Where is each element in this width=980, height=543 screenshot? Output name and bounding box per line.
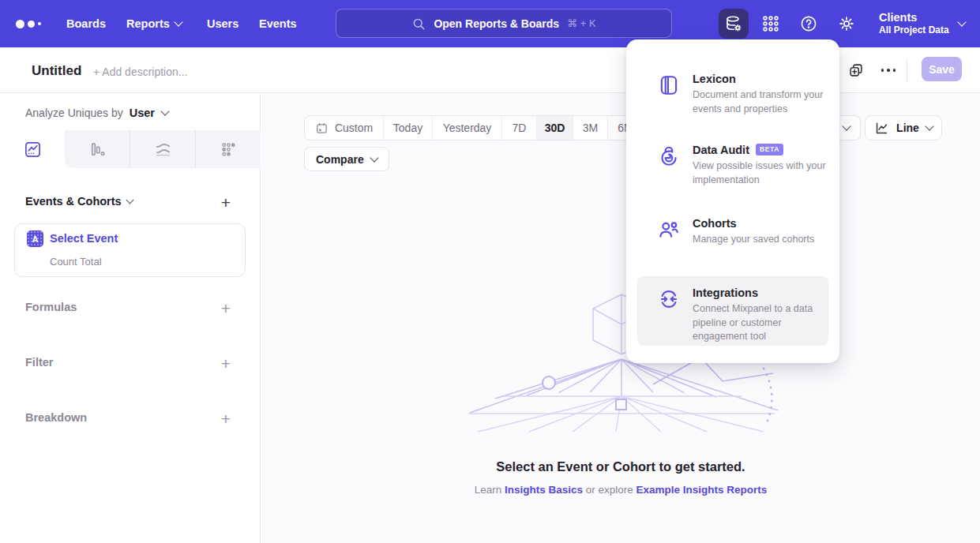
- ellipsis-icon: [881, 69, 896, 72]
- menu-item-title: Cohorts: [693, 217, 737, 230]
- project-scope: All Project Data: [879, 24, 949, 37]
- filter-section-label: Filter: [25, 356, 53, 369]
- chevron-down-icon: [126, 196, 133, 204]
- breakdown-section-label: Breakdown: [25, 411, 87, 424]
- add-formula-button[interactable]: +: [216, 298, 235, 317]
- range-custom[interactable]: Custom: [305, 116, 384, 140]
- duplicate-icon: [847, 62, 865, 79]
- analyze-value: User: [130, 107, 155, 119]
- chevron-down-icon: [174, 17, 182, 26]
- project-switcher[interactable]: Clients All Project Data: [879, 0, 965, 47]
- menu-item-title: Data Audit: [693, 144, 749, 156]
- tab-insights-selected[interactable]: [0, 130, 65, 168]
- range-today[interactable]: Today: [384, 116, 433, 140]
- header-divider: [907, 58, 907, 82]
- analyze-uniques-selector[interactable]: Analyze Uniques by User: [25, 107, 168, 119]
- data-management-button[interactable]: [719, 9, 749, 39]
- empty-state-title: Select an Event or Cohort to get started…: [261, 459, 980, 474]
- data-audit-icon: [657, 144, 681, 168]
- search-placeholder: Open Reports & Boards: [434, 17, 559, 30]
- chevron-down-icon: [957, 17, 966, 26]
- beta-badge: BETA: [756, 144, 783, 155]
- dots-grid-icon: [220, 140, 238, 159]
- chevron-down-icon: [370, 153, 378, 162]
- grid-icon: [761, 14, 780, 33]
- database-gear-icon: [724, 14, 743, 33]
- empty-state-hint: Learn Insights Basics or explore Example…: [261, 484, 980, 496]
- example-reports-link[interactable]: Example Insights Reports: [636, 484, 768, 496]
- range-yesterday[interactable]: Yesterday: [433, 116, 502, 140]
- menu-item-desc: Document and transform your events and p…: [693, 88, 828, 116]
- search-icon: [411, 17, 426, 31]
- bar-chart-icon: [88, 140, 107, 159]
- help-icon: [799, 14, 818, 33]
- range-7d[interactable]: 7D: [502, 116, 537, 140]
- add-description-field[interactable]: + Add description...: [93, 66, 187, 78]
- report-title[interactable]: Untitled: [32, 63, 81, 79]
- integrations-icon: [657, 287, 681, 311]
- menu-item-title: Integrations: [693, 286, 758, 299]
- menu-item-cohorts[interactable]: Cohorts Manage your saved cohorts: [626, 217, 839, 247]
- range-3m[interactable]: 3M: [573, 116, 608, 140]
- nav-item-events[interactable]: Events: [259, 0, 297, 47]
- event-card[interactable]: [14, 223, 246, 277]
- help-button[interactable]: [794, 9, 824, 39]
- insights-basics-link[interactable]: Insights Basics: [505, 484, 583, 496]
- compare-button[interactable]: Compare: [304, 147, 389, 171]
- chevron-down-icon: [842, 122, 850, 130]
- nav-item-reports[interactable]: Reports: [126, 0, 182, 47]
- add-breakdown-button[interactable]: +: [216, 409, 235, 428]
- gear-icon: [837, 14, 856, 33]
- line-chart-icon: [874, 121, 889, 136]
- chevron-down-icon: [160, 107, 169, 115]
- nav-item-users[interactable]: Users: [207, 0, 238, 47]
- lexicon-icon: [657, 73, 681, 97]
- apps-grid-button[interactable]: [756, 9, 786, 39]
- menu-item-title: Lexicon: [693, 73, 736, 85]
- range-30d-selected[interactable]: 30D: [537, 116, 573, 140]
- chevron-down-icon: [925, 122, 933, 130]
- tab-retention-grid[interactable]: [196, 130, 261, 168]
- count-total-label[interactable]: Count Total: [50, 256, 102, 268]
- chart-type-button[interactable]: Line: [865, 115, 942, 140]
- tab-flow[interactable]: [130, 130, 195, 168]
- add-filter-button[interactable]: +: [216, 354, 235, 373]
- menu-item-lexicon[interactable]: Lexicon Document and transform your even…: [626, 73, 839, 116]
- save-button[interactable]: Save: [922, 57, 962, 81]
- duplicate-report-button[interactable]: [846, 60, 866, 81]
- project-name: Clients: [879, 10, 949, 24]
- menu-item-data-audit[interactable]: Data Audit BETA View possible issues wit…: [626, 144, 839, 187]
- menu-item-desc: Manage your saved cohorts: [693, 233, 828, 247]
- menu-item-desc: View possible issues with your implement…: [693, 159, 828, 187]
- cohorts-icon: [657, 218, 681, 242]
- mixpanel-logo[interactable]: [16, 0, 41, 47]
- search-shortcut: ⌘ + K: [567, 17, 596, 29]
- nav-item-boards[interactable]: Boards: [66, 0, 106, 47]
- settings-button[interactable]: [832, 9, 862, 39]
- more-options-button[interactable]: [878, 60, 899, 81]
- add-event-button[interactable]: +: [216, 193, 235, 212]
- flow-icon: [154, 140, 172, 159]
- global-search-button[interactable]: Open Reports & Boards ⌘ + K: [336, 9, 672, 38]
- menu-item-integrations[interactable]: Integrations Connect Mixpanel to a data …: [637, 276, 828, 346]
- date-range-control: Custom Today Yesterday 7D 30D 3M 6M: [304, 115, 644, 140]
- tab-bar-chart[interactable]: [65, 130, 130, 168]
- insights-line-icon: [24, 140, 42, 159]
- calendar-icon: [315, 122, 329, 135]
- select-event-label[interactable]: Select Event: [50, 232, 118, 245]
- event-badge: A: [27, 230, 43, 247]
- events-cohorts-section[interactable]: Events & Cohorts: [25, 195, 133, 208]
- menu-item-desc: Connect Mixpanel to a data pipeline or c…: [693, 302, 828, 344]
- data-management-menu: Lexicon Document and transform your even…: [626, 39, 839, 363]
- formulas-section-label: Formulas: [25, 301, 77, 313]
